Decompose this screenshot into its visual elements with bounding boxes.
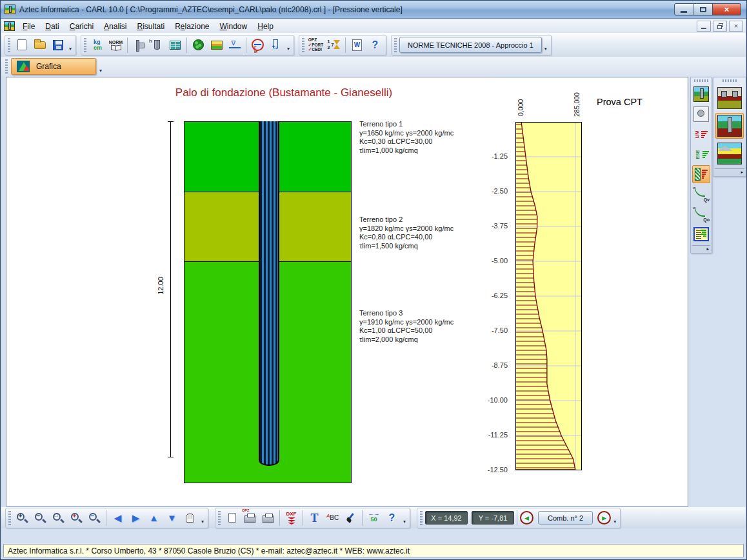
print-preview-button[interactable] [223, 509, 241, 526]
foundation-pile [259, 121, 279, 466]
dxf-export-button[interactable]: DXF [283, 509, 300, 526]
menu-window[interactable]: Window [215, 21, 253, 32]
open-file-button[interactable] [31, 36, 48, 54]
zoom-previous-button[interactable]: − [86, 509, 103, 526]
load-combinations-button[interactable]: +↓ [267, 36, 284, 54]
new-file-button[interactable] [13, 36, 30, 54]
units-button[interactable]: kgcm [89, 36, 106, 54]
toolbar-grip[interactable] [8, 38, 10, 52]
toolbar-grip[interactable] [5, 59, 8, 74]
column-expand-button[interactable]: ▸ [715, 168, 744, 175]
pan-right-button[interactable]: ▶ [127, 509, 144, 526]
vertical-pressure-button[interactable] [692, 165, 710, 183]
lim-diagram-icon: LIM [693, 126, 710, 143]
zoom-out-button[interactable]: − [32, 509, 49, 526]
toolbar-grip[interactable] [722, 79, 737, 82]
print-button[interactable] [259, 509, 277, 526]
report-button[interactable]: W [348, 36, 366, 54]
pile-foundation-button[interactable] [715, 113, 744, 139]
toolbar-grip[interactable] [302, 38, 304, 52]
zoom-in-button[interactable]: + [14, 509, 31, 526]
pile-view-button[interactable] [692, 85, 710, 103]
print-options-button[interactable]: OPZ [241, 509, 259, 526]
print-annotate-group: OPZ DXF T ABC ←→50 ? ▾ [215, 508, 410, 528]
menu-file[interactable]: File [17, 21, 40, 32]
save-file-button[interactable] [49, 36, 66, 54]
lim-loads-button[interactable]: LIM [692, 125, 710, 143]
menu-analisi[interactable]: Analisi [99, 21, 132, 32]
mdi-minimize-button[interactable] [697, 21, 711, 32]
menu-carichi[interactable]: Carichi [65, 21, 99, 32]
run-analysis-button[interactable]: 1 2 7 [325, 36, 343, 54]
section-view-button[interactable] [692, 105, 710, 123]
norme-tecniche-button[interactable]: NORME TECNICHE 2008 - Approccio 1 [399, 37, 542, 53]
zoom-window-button[interactable]: □ [50, 509, 67, 526]
maximize-button[interactable] [693, 3, 713, 15]
zoom-group-dropdown[interactable]: ▾ [199, 509, 206, 526]
toolbar-grip[interactable] [694, 79, 708, 82]
title-bar[interactable]: Aztec Informatica - CARL 10.0 [ C:\Progr… [1, 1, 746, 19]
abc-icon: ABC [326, 514, 339, 521]
pile-driver-button[interactable] [130, 36, 148, 54]
font-button[interactable]: ABC [324, 509, 341, 526]
menu-relazione[interactable]: Relazione [170, 21, 214, 32]
load-arrows-icon: +↓ [272, 39, 281, 51]
brush-icon [346, 513, 356, 523]
zoom-extents-button[interactable]: + [68, 509, 85, 526]
main-toolbar: ▾ kgcm NORM h ∇ F M +↓ ▾ OPZ✓PORT✓CEDI [1, 33, 746, 57]
help-button-bottom[interactable]: ? [383, 509, 401, 526]
soil-layers-button[interactable] [208, 36, 225, 54]
hourglass-icon: 1 2 7 [328, 39, 341, 51]
next-combination-button[interactable]: ▶ [597, 511, 611, 525]
ese-diagram-icon: ESE [693, 146, 710, 163]
tab-grafica[interactable]: Grafica [11, 58, 96, 75]
minimize-button[interactable] [674, 3, 693, 15]
add-text-button[interactable]: T [306, 509, 323, 526]
norm-button[interactable]: NORM [107, 36, 124, 54]
previous-combination-button[interactable]: ◀ [520, 511, 533, 525]
menu-help[interactable]: Help [252, 21, 279, 32]
footing-foundation-button[interactable] [715, 85, 744, 111]
file-group-dropdown[interactable]: ▾ [67, 36, 74, 54]
water-table-button[interactable]: ∇ [226, 36, 243, 54]
style-brush-button[interactable] [342, 509, 359, 526]
comb-group-dropdown[interactable]: ▾ [612, 509, 618, 526]
toolbar-grip[interactable] [84, 38, 86, 52]
combination-selector-button[interactable]: Comb. n° 2 [538, 511, 593, 525]
load-settlement-qo-button[interactable]: wQo [692, 205, 710, 223]
soil-gravel-button[interactable] [190, 36, 207, 54]
data-group-dropdown[interactable]: ▾ [285, 36, 292, 54]
toolbar-grip[interactable] [218, 511, 221, 525]
pan-down-button[interactable]: ▼ [163, 509, 181, 526]
zoom-nav-group: + − □ + − ◀ ▶ ▲ ▼ ▾ [5, 508, 208, 528]
analysis-options-button[interactable]: OPZ✓PORT✓CEDI [307, 36, 324, 54]
close-button[interactable]: × [713, 3, 741, 15]
mdi-restore-icon [717, 23, 723, 29]
plinth-foundation-button[interactable] [715, 141, 744, 166]
menu-dati[interactable]: Dati [40, 21, 64, 32]
help-button[interactable]: ? [366, 36, 384, 54]
stratigraphy-button[interactable] [166, 36, 184, 54]
toolbar-grip[interactable] [394, 38, 397, 52]
norme-group-dropdown[interactable]: ▾ [543, 36, 549, 54]
drawing-canvas[interactable]: Palo di fondazione (Bustamante - Gianese… [6, 77, 688, 506]
pan-up-button[interactable]: ▲ [145, 509, 163, 526]
dimension-label: 12.00 [157, 273, 164, 299]
ese-loads-button[interactable]: ESE [692, 145, 710, 163]
pile-height-label: h [149, 39, 152, 44]
pan-hand-button[interactable] [181, 509, 199, 526]
toolbar-grip[interactable] [8, 511, 11, 525]
toolbar-grip[interactable] [420, 511, 423, 525]
mdi-close-button[interactable]: × [729, 21, 743, 32]
tab-row-dropdown[interactable]: ▾ [97, 58, 104, 75]
mdi-restore-button[interactable] [713, 21, 727, 32]
load-settlement-qv-button[interactable]: wQv [692, 185, 710, 203]
scale-button[interactable]: ←→50 [365, 509, 383, 526]
column-expand-button[interactable]: ▸ [692, 245, 710, 252]
menu-risultati[interactable]: Risultati [132, 21, 170, 32]
loads-fm-button[interactable]: F M [249, 36, 266, 54]
results-report-button[interactable] [692, 225, 710, 243]
pan-left-button[interactable]: ◀ [109, 509, 126, 526]
pile-geometry-button[interactable]: h [148, 36, 166, 54]
print-group-dropdown[interactable]: ▾ [401, 509, 408, 526]
